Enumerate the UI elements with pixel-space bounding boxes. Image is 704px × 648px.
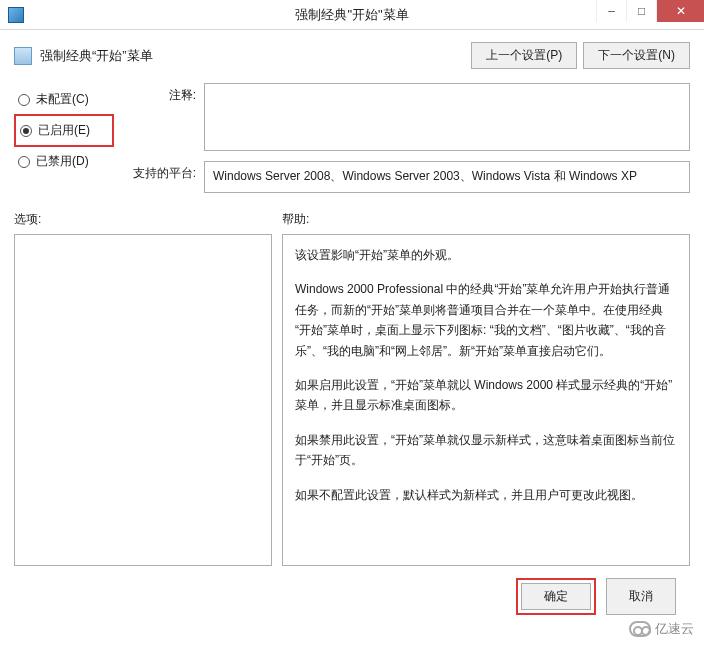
platform-row: 支持的平台: Windows Server 2008、Windows Serve… <box>126 161 690 193</box>
next-setting-button[interactable]: 下一个设置(N) <box>583 42 690 69</box>
help-paragraph: Windows 2000 Professional 中的经典“开始”菜单允许用户… <box>295 279 677 361</box>
header-row: 强制经典“开始”菜单 上一个设置(P) 下一个设置(N) <box>14 42 690 69</box>
radio-label: 未配置(C) <box>36 91 89 108</box>
lower-area: 选项: 帮助: 该设置影响“开始”菜单的外观。Windows 2000 Prof… <box>14 211 690 566</box>
options-column: 选项: <box>14 211 272 566</box>
help-panel[interactable]: 该设置影响“开始”菜单的外观。Windows 2000 Professional… <box>282 234 690 566</box>
help-paragraph: 如果禁用此设置，“开始”菜单就仅显示新样式，这意味着桌面图标当前位于“开始”页。 <box>295 430 677 471</box>
watermark-text: 亿速云 <box>655 620 694 638</box>
comment-row: 注释: <box>126 83 690 151</box>
ok-button[interactable]: 确定 <box>521 583 591 610</box>
radio-icon <box>18 156 30 168</box>
cancel-button[interactable]: 取消 <box>606 578 676 615</box>
radio-label: 已禁用(D) <box>36 153 89 170</box>
ok-highlight: 确定 <box>516 578 596 615</box>
watermark: 亿速云 <box>625 618 698 640</box>
help-label: 帮助: <box>282 211 690 228</box>
platform-label: 支持的平台: <box>126 161 196 182</box>
content-area: 强制经典“开始”菜单 上一个设置(P) 下一个设置(N) 未配置(C) 已启用(… <box>0 30 704 625</box>
radio-icon-selected <box>20 125 32 137</box>
help-paragraph: 该设置影响“开始”菜单的外观。 <box>295 245 677 265</box>
close-button[interactable]: ✕ <box>656 0 704 22</box>
radio-group: 未配置(C) 已启用(E) 已禁用(D) <box>14 83 114 193</box>
options-panel[interactable] <box>14 234 272 566</box>
radio-icon <box>18 94 30 106</box>
policy-icon <box>14 47 32 65</box>
watermark-icon <box>629 621 651 637</box>
footer-buttons: 确定 取消 <box>14 566 690 615</box>
radio-enabled-highlight: 已启用(E) <box>14 114 114 147</box>
radio-disabled[interactable]: 已禁用(D) <box>14 147 114 176</box>
help-column: 帮助: 该设置影响“开始”菜单的外观。Windows 2000 Professi… <box>282 211 690 566</box>
policy-title: 强制经典“开始”菜单 <box>40 47 153 65</box>
window-buttons: – □ ✕ <box>596 0 704 22</box>
comment-label: 注释: <box>126 83 196 104</box>
prev-setting-button[interactable]: 上一个设置(P) <box>471 42 577 69</box>
radio-label: 已启用(E) <box>38 122 90 139</box>
radio-enabled[interactable]: 已启用(E) <box>18 120 110 141</box>
nav-buttons: 上一个设置(P) 下一个设置(N) <box>471 42 690 69</box>
help-paragraph: 如果不配置此设置，默认样式为新样式，并且用户可更改此视图。 <box>295 485 677 505</box>
radio-not-configured[interactable]: 未配置(C) <box>14 85 114 114</box>
help-paragraph: 如果启用此设置，“开始”菜单就以 Windows 2000 样式显示经典的“开始… <box>295 375 677 416</box>
titlebar: 强制经典"开始"菜单 – □ ✕ <box>0 0 704 30</box>
config-area: 未配置(C) 已启用(E) 已禁用(D) 注释: 支持的平台: Windows … <box>14 83 690 193</box>
fields-area: 注释: 支持的平台: Windows Server 2008、Windows S… <box>126 83 690 193</box>
comment-input[interactable] <box>204 83 690 151</box>
maximize-button[interactable]: □ <box>626 0 656 22</box>
options-label: 选项: <box>14 211 272 228</box>
platform-value: Windows Server 2008、Windows Server 2003、… <box>204 161 690 193</box>
minimize-button[interactable]: – <box>596 0 626 22</box>
